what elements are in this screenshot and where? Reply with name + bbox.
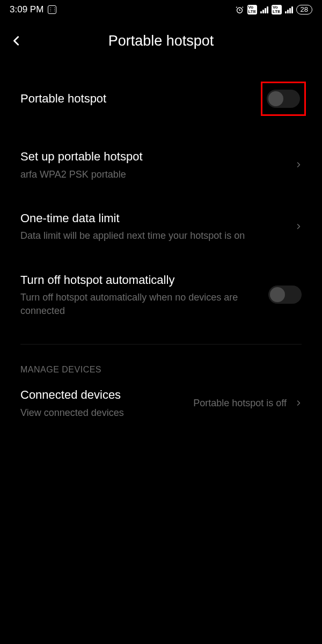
status-bar: 3:09 PM VoLTE VoLTE 28: [0, 0, 322, 17]
row-subtitle: arfa WPA2 PSK portable: [20, 168, 292, 181]
calendar-icon: [48, 5, 56, 14]
back-button[interactable]: [11, 30, 32, 52]
row-title: Turn off hotspot automatically: [20, 273, 268, 288]
row-title: Set up portable hotspot: [20, 149, 292, 165]
volte-icon-2: VoLTE: [272, 5, 282, 14]
row-body: Turn off hotspot automatically Turn off …: [20, 273, 268, 317]
row-portable-hotspot[interactable]: Portable hotspot: [0, 59, 322, 134]
row-auto-off[interactable]: Turn off hotspot automatically Turn off …: [0, 258, 322, 332]
chevron-right-icon: [295, 221, 302, 232]
header: Portable hotspot: [0, 17, 322, 59]
row-value: Portable hotspot is off: [193, 397, 287, 409]
row-data-limit[interactable]: One-time data limit Data limit will be a…: [0, 196, 322, 258]
chevron-right-icon: [295, 398, 302, 408]
alarm-icon: [235, 5, 244, 14]
row-body: Portable hotspot: [20, 91, 261, 107]
battery-indicator: 28: [296, 5, 312, 14]
volte-icon-1: VoLTE: [247, 5, 258, 14]
row-title: Portable hotspot: [20, 91, 261, 107]
row-subtitle: Turn off hotspot automatically when no d…: [20, 291, 268, 317]
row-setup-hotspot[interactable]: Set up portable hotspot arfa WPA2 PSK po…: [0, 134, 322, 196]
portable-hotspot-toggle[interactable]: [267, 90, 300, 108]
row-body: Set up portable hotspot arfa WPA2 PSK po…: [20, 149, 292, 181]
toggle-knob: [268, 91, 283, 106]
page-title: Portable hotspot: [0, 33, 322, 49]
toggle-knob: [270, 287, 285, 302]
row-title: Connected devices: [20, 387, 193, 403]
highlight-box: [261, 82, 306, 116]
status-left: 3:09 PM: [10, 4, 56, 15]
back-icon: [11, 35, 23, 47]
chevron-right-icon: [295, 159, 302, 170]
row-body: Connected devices View connected devices: [20, 387, 193, 419]
auto-off-toggle[interactable]: [268, 286, 302, 304]
row-connected-devices[interactable]: Connected devices View connected devices…: [0, 378, 322, 434]
signal-icon-2: [285, 6, 293, 13]
status-right: VoLTE VoLTE 28: [235, 5, 313, 14]
content: Portable hotspot Set up portable hotspot…: [0, 59, 322, 434]
row-body: One-time data limit Data limit will be a…: [20, 211, 292, 243]
row-subtitle: View connected devices: [20, 406, 193, 419]
status-time: 3:09 PM: [10, 4, 43, 15]
signal-icon-1: [260, 6, 268, 13]
row-title: One-time data limit: [20, 211, 292, 226]
section-manage-devices: MANAGE DEVICES: [0, 345, 322, 378]
row-subtitle: Data limit will be applied next time you…: [20, 229, 292, 242]
